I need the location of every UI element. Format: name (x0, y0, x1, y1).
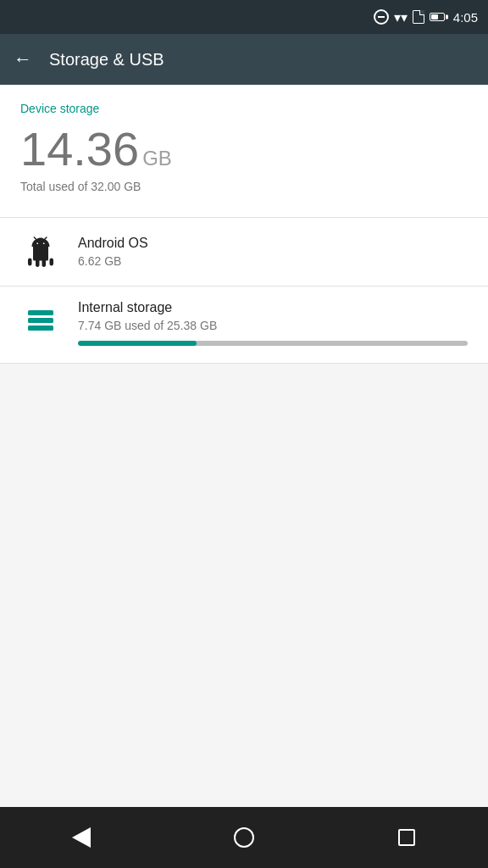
navigation-bar (0, 807, 488, 868)
nav-home-icon (234, 827, 254, 848)
storage-used-unit: GB (142, 147, 172, 170)
app-bar-title: Storage & USB (49, 50, 164, 70)
status-time: 4:05 (453, 10, 478, 25)
internal-storage-subtitle: 7.74 GB used of 25.38 GB (78, 319, 468, 332)
android-os-subtitle: 6.62 GB (78, 254, 148, 268)
internal-storage-title: Internal storage (78, 300, 468, 315)
device-storage-label: Device storage (20, 102, 468, 115)
storage-used-row: 14.36 GB (20, 125, 468, 173)
status-bar: ▾▾ 4:05 (0, 0, 488, 34)
android-os-icon (25, 236, 56, 267)
status-icons: ▾▾ 4:05 (374, 9, 478, 25)
svg-rect-1 (28, 318, 53, 323)
content-area: Device storage 14.36 GB Total used of 32… (0, 85, 488, 807)
battery-icon (430, 13, 445, 21)
nav-recents-button[interactable] (381, 812, 432, 863)
sim-icon (413, 10, 424, 24)
svg-rect-0 (28, 310, 53, 315)
storage-icon-container (20, 300, 61, 341)
internal-storage-item[interactable]: Internal storage 7.74 GB used of 25.38 G… (0, 287, 488, 364)
nav-back-icon (72, 827, 91, 848)
android-os-item[interactable]: Android OS 6.62 GB (0, 218, 488, 287)
nav-back-button[interactable] (56, 812, 107, 863)
storage-total-text: Total used of 32.00 GB (20, 180, 468, 193)
storage-used-number: 14.36 (20, 125, 139, 173)
internal-storage-content: Internal storage 7.74 GB used of 25.38 G… (78, 300, 468, 346)
wifi-icon: ▾▾ (394, 9, 408, 25)
back-button[interactable]: ← (14, 48, 32, 70)
app-bar: ← Storage & USB (0, 34, 488, 85)
android-os-text: Android OS 6.62 GB (78, 236, 148, 268)
android-os-title: Android OS (78, 236, 148, 251)
device-storage-section: Device storage 14.36 GB Total used of 32… (0, 85, 488, 217)
internal-storage-progress-bar (78, 341, 468, 346)
android-icon-container (20, 231, 61, 272)
internal-storage-progress-fill (78, 341, 197, 346)
nav-home-button[interactable] (219, 812, 269, 863)
nav-recents-icon (398, 829, 415, 846)
internal-storage-icon (25, 305, 56, 336)
do-not-disturb-icon (374, 9, 389, 25)
svg-rect-2 (28, 326, 53, 331)
